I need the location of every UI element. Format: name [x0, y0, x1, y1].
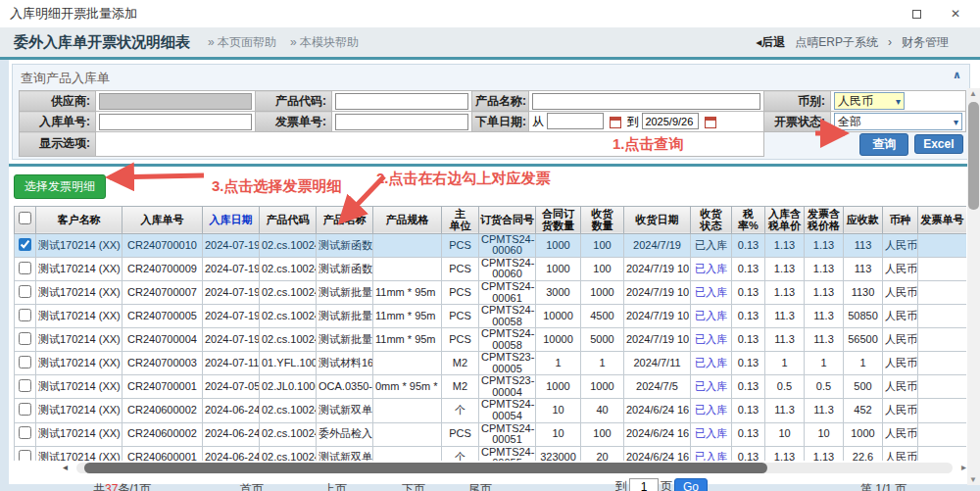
received-status[interactable]: 已入库	[691, 399, 732, 422]
last-page-link[interactable]: 尾页	[468, 481, 492, 491]
calendar-icon[interactable]	[610, 117, 621, 128]
collapse-icon[interactable]: ∧	[953, 69, 959, 81]
date-to-input[interactable]	[642, 113, 699, 129]
product-name: 测试新双单位	[317, 446, 373, 460]
next-page-link[interactable]: 下页	[402, 481, 425, 491]
row-checkbox[interactable]	[19, 238, 31, 251]
breadcrumb-module[interactable]: 财务管理	[902, 34, 949, 51]
invoice-no-input[interactable]	[335, 114, 468, 130]
received-status[interactable]: 已入库	[691, 446, 732, 460]
divider-rule-mid	[0, 164, 980, 167]
go-button[interactable]: Go	[674, 478, 708, 491]
search-button[interactable]: 查询	[859, 133, 908, 156]
product-spec: 11mm * 95m	[373, 305, 442, 328]
receivable: 1	[844, 352, 883, 375]
prev-page-link[interactable]: 上页	[323, 481, 347, 491]
select-invoice-detail-button[interactable]: 选择发票明细	[14, 174, 106, 199]
invoice-status-select[interactable]: 全部▾	[834, 113, 962, 130]
select-all-checkbox[interactable]	[19, 212, 31, 224]
received-status[interactable]: 已入库	[691, 305, 732, 328]
row-checkbox[interactable]	[19, 450, 31, 460]
product-name-input[interactable]	[532, 93, 760, 110]
received-status[interactable]: 已入库	[691, 422, 732, 446]
received-status[interactable]: 已入库	[691, 375, 732, 399]
invoice-tax-price: 0.5	[805, 375, 844, 399]
scroll-right-icon[interactable]: ▸	[961, 462, 966, 472]
calendar-icon[interactable]	[705, 117, 716, 128]
scroll-left-icon[interactable]: ◂	[63, 462, 68, 472]
scroll-down-icon[interactable]: ▼	[969, 475, 977, 484]
close-icon[interactable]: ✕	[949, 7, 962, 21]
product-name: 测试新函数成	[317, 233, 373, 257]
vscroll-thumb[interactable]	[968, 102, 979, 210]
hscroll-track[interactable]	[76, 463, 953, 473]
date-from-input[interactable]	[547, 113, 604, 129]
excel-button[interactable]: Excel	[914, 134, 962, 154]
product-code: 02.cs.100244	[260, 399, 317, 422]
received-status[interactable]: 已入库	[691, 233, 732, 257]
row-checkbox[interactable]	[19, 426, 31, 439]
col-header-invoice-no: 发票单号	[918, 206, 967, 233]
received-status[interactable]: 已入库	[691, 352, 732, 375]
scroll-up-icon[interactable]: ▲	[969, 89, 977, 98]
receivable: 113	[844, 233, 883, 257]
page-help-link[interactable]: » 本页面帮助	[208, 34, 276, 51]
col-header-contract-no: 订货合同号	[479, 206, 536, 233]
product-code: 02.cs.100244	[260, 446, 317, 460]
row-checkbox[interactable]	[19, 356, 31, 368]
main-unit: PCS	[442, 233, 479, 257]
row-checkbox[interactable]	[19, 332, 31, 345]
row-checkbox[interactable]	[19, 285, 31, 298]
row-checkbox[interactable]	[19, 403, 31, 416]
inbound-no: CR240700005	[122, 305, 203, 328]
main-unit: PCS	[442, 422, 479, 446]
received-status[interactable]: 已入库	[691, 257, 732, 280]
hscroll-thumb[interactable]	[84, 463, 767, 473]
back-button[interactable]: ◂后退	[756, 34, 785, 51]
product-spec: 0mm * 95m *	[373, 375, 442, 399]
row-checkbox[interactable]	[19, 262, 31, 274]
row-checkbox[interactable]	[19, 379, 31, 392]
main-unit: M2	[442, 375, 479, 399]
customer-name: 测试170214 (XX)	[36, 422, 122, 446]
supplier-input[interactable]	[99, 93, 252, 110]
invoice-tax-price: 1	[805, 352, 844, 375]
currency-select[interactable]: 人民币▾	[834, 92, 905, 110]
inbound-tax-price: 1	[765, 352, 805, 375]
supplier-label: 供应商:	[20, 91, 96, 112]
col-header-receivable: 应收款	[844, 206, 883, 233]
received-qty: 5000	[581, 328, 624, 352]
invoice-no	[918, 328, 967, 352]
customer-name: 测试170214 (XX)	[36, 352, 122, 375]
page-title: 委外入库单开票状况明细表	[14, 33, 190, 52]
row-checkbox-cell	[15, 328, 36, 352]
product-name: 测试新批量领	[317, 328, 373, 352]
divider-rule-top	[0, 57, 980, 60]
goto-prefix: 到	[615, 478, 627, 491]
received-status[interactable]: 已入库	[691, 280, 732, 304]
invoice-tax-price: 10	[805, 422, 844, 446]
vertical-scrollbar: ▲ ▼	[967, 88, 980, 485]
module-help-link[interactable]: » 本模块帮助	[290, 34, 359, 51]
product-code: 01.YFL.10000	[260, 352, 317, 375]
received-status[interactable]: 已入库	[691, 328, 732, 352]
first-page-link[interactable]: 首页	[240, 481, 264, 491]
received-date: 2024/7/19 10	[624, 280, 691, 304]
row-checkbox[interactable]	[19, 309, 31, 321]
product-code-input[interactable]	[335, 93, 468, 110]
page-info: 第 1/1 页	[860, 481, 906, 491]
contract-no: CPMTS23-00005	[479, 352, 536, 375]
inbound-no-input[interactable]	[99, 114, 252, 130]
table-row: 测试170214 (XX)CR2407000072024-07-1902.cs.…	[15, 280, 967, 304]
breadcrumb-system[interactable]: 点晴ERP子系统	[795, 34, 878, 51]
maximize-icon[interactable]	[909, 7, 923, 21]
invoice-tax-price: 11.3	[805, 399, 844, 422]
currency: 人民币	[883, 257, 918, 280]
product-name: 测试新双单位	[317, 399, 373, 422]
row-checkbox-cell	[15, 446, 36, 460]
customer-name: 测试170214 (XX)	[36, 280, 122, 304]
page-number-input[interactable]	[629, 478, 659, 491]
inbound-tax-price: 11.3	[765, 399, 805, 422]
col-header-inbound-date[interactable]: 入库日期	[203, 206, 260, 233]
window-title: 入库明细开票批量添加	[10, 5, 137, 23]
